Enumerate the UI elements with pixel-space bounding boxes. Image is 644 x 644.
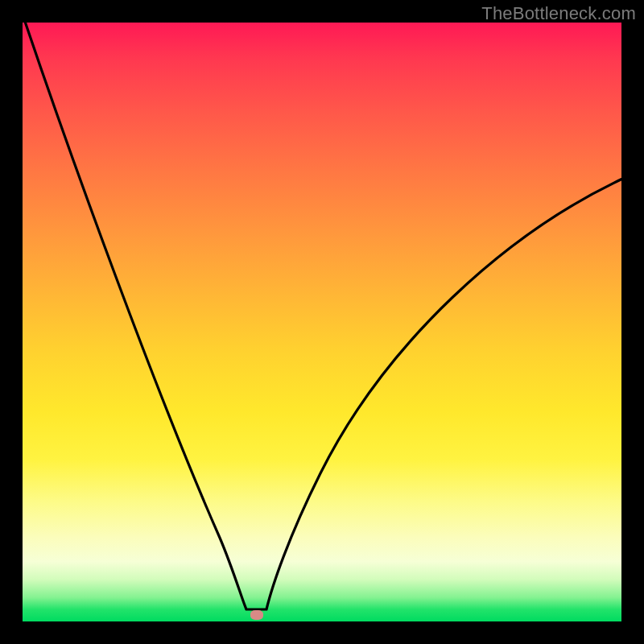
bottleneck-curve xyxy=(23,23,621,621)
minimum-marker xyxy=(250,610,263,620)
chart-frame: TheBottleneck.com xyxy=(0,0,644,644)
watermark-text: TheBottleneck.com xyxy=(481,3,636,24)
curve-path xyxy=(23,23,621,609)
plot-area xyxy=(23,23,621,621)
